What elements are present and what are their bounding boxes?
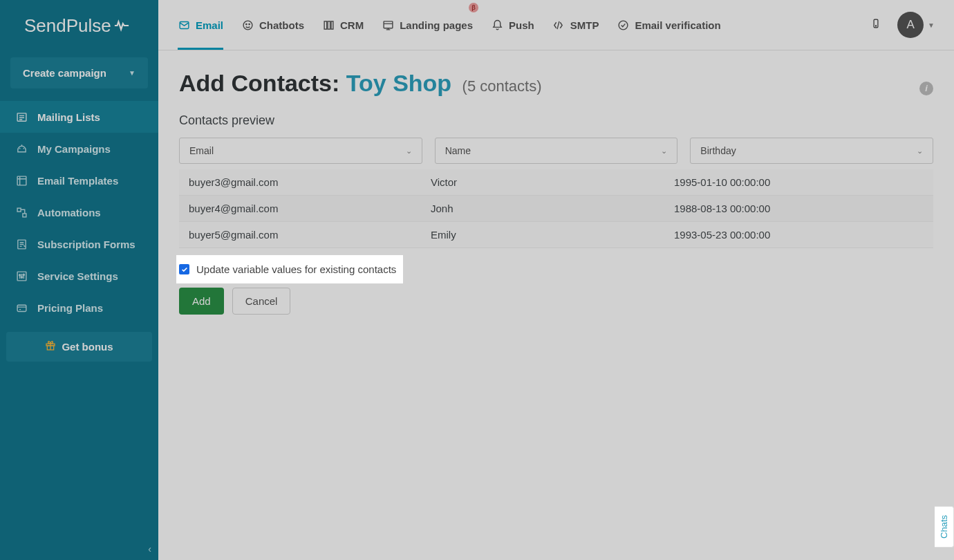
tab-smtp[interactable]: SMTP	[552, 0, 599, 50]
brand-logo: SendPulse	[0, 0, 158, 52]
chevron-down-icon: ▼	[129, 69, 135, 77]
main: Email Chatbots CRM Landing pages β Push	[158, 0, 954, 560]
tab-label: Email	[196, 19, 223, 31]
svg-point-8	[23, 274, 24, 275]
tab-email[interactable]: Email	[178, 0, 223, 50]
sidebar-collapse-handle[interactable]: ‹	[148, 543, 151, 554]
table-row: buyer5@gmail.com Emily 1993-05-23 00:00:…	[179, 222, 933, 248]
cancel-button[interactable]: Cancel	[232, 288, 291, 315]
settings-icon	[15, 270, 28, 282]
svg-rect-3	[22, 213, 26, 216]
sidebar-item-label: Email Templates	[37, 175, 118, 187]
chevron-down-icon: ⌄	[917, 147, 923, 156]
campaigns-icon	[15, 142, 28, 155]
email-icon	[178, 19, 190, 31]
sidebar-item-label: My Campaigns	[37, 143, 111, 155]
sidebar: SendPulse Create campaign ▼ Mailing List…	[0, 0, 158, 560]
create-campaign-label: Create campaign	[23, 67, 106, 79]
svg-rect-9	[17, 305, 26, 311]
sidebar-item-automations[interactable]: Automations	[0, 196, 158, 228]
verification-icon	[617, 19, 629, 31]
cell-birthday: 1995-01-10 00:00:00	[664, 176, 933, 188]
cell-email: buyer5@gmail.com	[179, 229, 421, 241]
svg-rect-17	[328, 21, 330, 28]
cell-email: buyer3@gmail.com	[179, 176, 421, 188]
sidebar-item-label: Subscription Forms	[37, 239, 135, 250]
column-select-birthday[interactable]: Birthday⌄	[690, 138, 933, 164]
chatbots-icon	[241, 19, 254, 31]
chevron-down-icon: ▼	[928, 21, 935, 29]
sidebar-item-pricing-plans[interactable]: Pricing Plans	[0, 292, 158, 324]
brand-text: SendPulse	[24, 15, 111, 37]
beta-badge: β	[469, 3, 478, 12]
user-menu[interactable]: A ▼	[897, 12, 935, 38]
cell-email: buyer4@gmail.com	[179, 203, 421, 214]
preview-heading: Contacts preview	[179, 113, 933, 128]
table-row: buyer3@gmail.com Victor 1995-01-10 00:00…	[179, 169, 933, 196]
sidebar-item-service-settings[interactable]: Service Settings	[0, 260, 158, 292]
tab-landing-pages[interactable]: Landing pages β	[382, 0, 473, 50]
contact-count: (5 contacts)	[462, 77, 542, 95]
automations-icon	[15, 206, 28, 218]
checkbox-checked-icon	[179, 264, 189, 274]
page-title: Add Contacts: Toy Shop (5 contacts)	[179, 70, 542, 97]
chevron-down-icon: ⌄	[661, 147, 667, 156]
tab-label: Landing pages	[400, 19, 473, 31]
svg-rect-16	[324, 21, 327, 28]
content: Add Contacts: Toy Shop (5 contacts) i Co…	[158, 50, 954, 334]
cell-name: Jonh	[421, 203, 664, 214]
topbar: Email Chatbots CRM Landing pages β Push	[158, 0, 954, 50]
pulse-icon	[114, 15, 129, 37]
bonus-label: Get bonus	[62, 341, 113, 353]
mobile-icon[interactable]	[871, 17, 881, 33]
landing-pages-icon	[382, 19, 394, 31]
chevron-down-icon: ⌄	[406, 147, 412, 156]
list-name: Toy Shop	[346, 70, 451, 96]
mailing-lists-icon	[15, 111, 28, 123]
title-row: Add Contacts: Toy Shop (5 contacts) i	[179, 70, 933, 97]
checkbox-label: Update variable values for existing cont…	[196, 263, 396, 275]
sidebar-nav: Mailing Lists My Campaigns Email Templat…	[0, 101, 158, 324]
smtp-icon	[552, 19, 565, 31]
select-label: Email	[189, 145, 214, 156]
svg-point-15	[248, 24, 249, 24]
sidebar-item-label: Automations	[37, 207, 101, 218]
info-icon[interactable]: i	[919, 82, 933, 95]
svg-point-20	[619, 21, 628, 30]
tab-label: SMTP	[570, 19, 599, 31]
svg-rect-18	[331, 21, 333, 28]
tab-crm[interactable]: CRM	[322, 0, 364, 50]
tab-chatbots[interactable]: Chatbots	[241, 0, 304, 50]
column-select-name[interactable]: Name⌄	[435, 138, 678, 164]
update-variables-checkbox[interactable]: Update variable values for existing cont…	[179, 258, 400, 281]
add-button[interactable]: Add	[179, 288, 224, 315]
svg-rect-2	[17, 208, 21, 212]
sidebar-item-label: Pricing Plans	[37, 302, 103, 314]
svg-point-6	[19, 274, 20, 276]
column-selectors: Email⌄ Name⌄ Birthday⌄	[179, 138, 933, 164]
cell-name: Victor	[421, 176, 664, 188]
select-label: Birthday	[700, 145, 736, 156]
chats-tab[interactable]: Chats	[935, 506, 954, 548]
svg-point-7	[21, 276, 22, 277]
gift-icon	[45, 340, 56, 353]
column-select-email[interactable]: Email⌄	[179, 138, 422, 164]
create-campaign-button[interactable]: Create campaign ▼	[10, 57, 148, 88]
crm-icon	[322, 19, 335, 31]
sidebar-item-email-templates[interactable]: Email Templates	[0, 165, 158, 196]
cell-birthday: 1993-05-23 00:00:00	[664, 229, 933, 241]
sidebar-item-mailing-lists[interactable]: Mailing Lists	[0, 101, 158, 133]
sidebar-item-my-campaigns[interactable]: My Campaigns	[0, 133, 158, 165]
avatar: A	[897, 12, 924, 38]
svg-point-14	[245, 24, 246, 24]
svg-rect-19	[384, 21, 393, 28]
tab-email-verification[interactable]: Email verification	[617, 0, 720, 50]
topbar-tabs: Email Chatbots CRM Landing pages β Push	[178, 0, 721, 50]
sidebar-item-subscription-forms[interactable]: Subscription Forms	[0, 228, 158, 260]
svg-point-22	[876, 26, 877, 26]
tab-push[interactable]: Push	[491, 0, 534, 50]
form-actions: Add Cancel	[179, 288, 933, 315]
get-bonus-button[interactable]: Get bonus	[6, 332, 152, 362]
sidebar-item-label: Service Settings	[37, 270, 118, 282]
sidebar-item-label: Mailing Lists	[37, 111, 100, 123]
